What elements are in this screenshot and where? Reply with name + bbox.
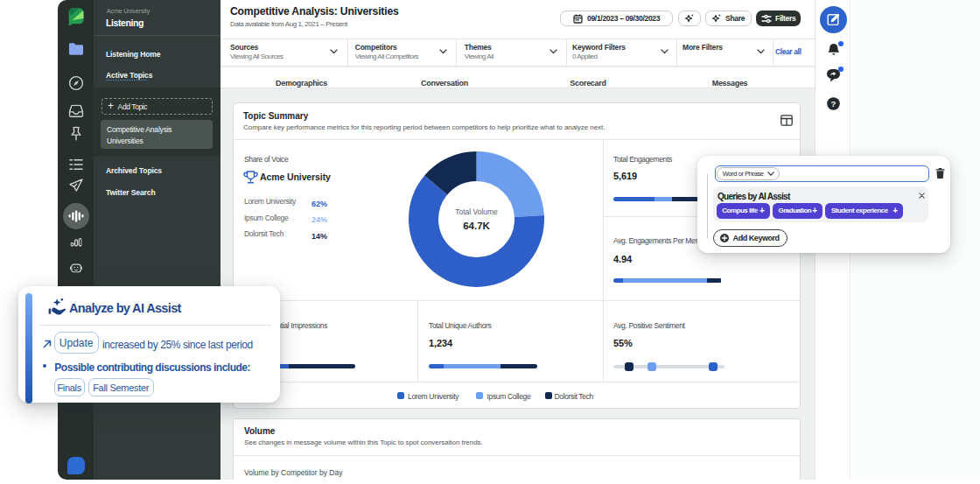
svg-text:?: ? xyxy=(830,99,836,109)
